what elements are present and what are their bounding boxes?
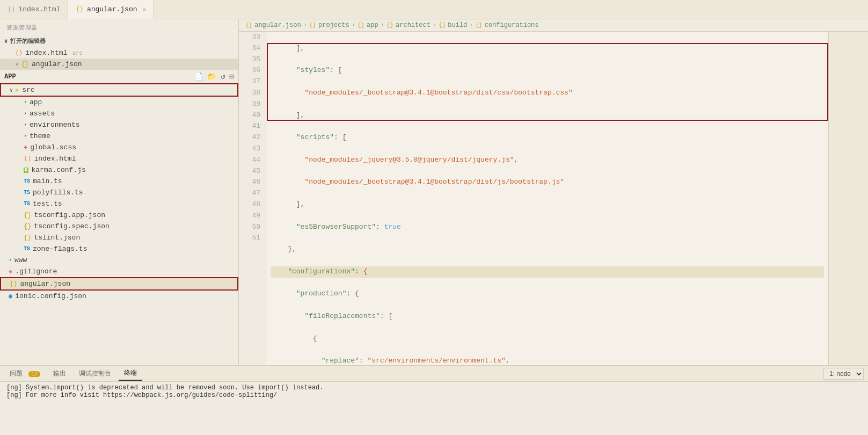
tab-index-html[interactable]: ⟨⟩ index.html bbox=[0, 0, 68, 19]
code-line-39: "node_modules/_bootstrap@3.4.1@bootstrap… bbox=[271, 177, 824, 188]
minimap bbox=[828, 32, 860, 365]
code-line-41: "es5BrowserSupport": true bbox=[271, 222, 824, 233]
sidebar-item-ionic-config[interactable]: ◉ ionic.config.json bbox=[0, 291, 238, 302]
code-line-37: "scripts": [ bbox=[271, 132, 824, 143]
file-name-main-ts: main.ts bbox=[33, 177, 62, 185]
bc-item-5[interactable]: build bbox=[448, 21, 467, 29]
terminal-panel: 问题 17 输出 调试控制台 终端 1: node [ng] System.im… bbox=[0, 365, 868, 435]
chevron-right-icon-app: › bbox=[24, 99, 27, 105]
code-line-47: "replace": "src/environments/environment… bbox=[271, 356, 824, 365]
open-editors-header: ∨ 打开的编辑器 bbox=[0, 34, 238, 47]
file-name-polyfills: polyfills.ts bbox=[33, 189, 83, 197]
line-num-43: 43 bbox=[243, 143, 260, 155]
sidebar-item-tsconfig-spec[interactable]: {} tsconfig.spec.json bbox=[0, 221, 238, 232]
line-num-49: 49 bbox=[243, 211, 260, 222]
folder-name-assets: assets bbox=[30, 110, 55, 118]
tab-label-index: index.html bbox=[18, 5, 60, 13]
sidebar-item-polyfills[interactable]: TS polyfills.ts bbox=[0, 187, 238, 198]
bc-item-3[interactable]: app bbox=[367, 21, 378, 29]
tab-output-label: 输出 bbox=[53, 370, 66, 378]
open-file-suffix-1: src bbox=[72, 50, 83, 56]
main-area: 资源管理器 ∨ 打开的编辑器 ⟨⟩ index.html src ✕ {} an… bbox=[0, 19, 868, 365]
sidebar-item-tslint[interactable]: {} tslint.json bbox=[0, 232, 238, 243]
chevron-right-icon-env: › bbox=[24, 122, 27, 128]
problems-badge: 17 bbox=[28, 371, 40, 377]
new-folder-icon[interactable]: 📁 bbox=[207, 72, 216, 81]
tab-debug-label: 调试控制台 bbox=[79, 370, 111, 378]
sidebar-item-test-ts[interactable]: TS test.ts bbox=[0, 198, 238, 209]
tab-angular-json[interactable]: {} angular.json ✕ bbox=[68, 0, 154, 19]
sidebar-item-index-html-src[interactable]: ⟨⟩ index.html bbox=[0, 153, 238, 164]
tab-problems[interactable]: 问题 17 bbox=[4, 367, 46, 380]
bc-item-6[interactable]: configurations bbox=[485, 21, 539, 29]
sidebar-scroll: ∨ ▶ src › app › assets › environments › … bbox=[0, 83, 238, 365]
sidebar-item-src[interactable]: ∨ ▶ src bbox=[0, 83, 238, 97]
sidebar-item-index-html[interactable]: ⟨⟩ index.html src bbox=[0, 47, 238, 59]
tab-debug-console[interactable]: 调试控制台 bbox=[74, 367, 116, 380]
chevron-right-icon-www: › bbox=[9, 257, 12, 263]
line-num-40: 40 bbox=[243, 110, 260, 121]
file-name-global-scss: global.scss bbox=[30, 143, 76, 151]
bc-item-1[interactable]: angular.json bbox=[254, 21, 301, 29]
file-name-test-ts: test.ts bbox=[33, 200, 62, 208]
file-name-zone-flags: zone-flags.ts bbox=[33, 245, 87, 253]
sidebar-item-theme[interactable]: › theme bbox=[0, 130, 238, 142]
folder-icon-src: ▶ bbox=[16, 86, 19, 94]
html-file-icon: ⟨⟩ bbox=[15, 49, 23, 57]
json-icon: {} bbox=[76, 5, 83, 13]
line-num-33: 33 bbox=[243, 32, 260, 43]
line-num-44: 44 bbox=[243, 155, 260, 166]
refresh-icon[interactable]: ↺ bbox=[221, 72, 225, 81]
json-icon-tsconfig-spec: {} bbox=[24, 223, 31, 230]
bc-icon-6: {} bbox=[476, 22, 483, 28]
code-line-38: "node_modules/_jquery@3.5.0@jquery/dist/… bbox=[271, 155, 824, 166]
code-line-43: "configurations": { bbox=[271, 266, 824, 278]
sidebar-item-global-scss[interactable]: ♦ global.scss bbox=[0, 142, 238, 153]
line-num-42: 42 bbox=[243, 132, 260, 143]
sidebar-item-environments[interactable]: › environments bbox=[0, 119, 238, 130]
collapse-icon[interactable]: ⊟ bbox=[230, 72, 234, 81]
tab-terminal-label: 终端 bbox=[124, 369, 137, 377]
terminal-content: [ng] System.import() is deprecated and w… bbox=[0, 382, 868, 435]
close-tab-icon[interactable]: ✕ bbox=[143, 6, 147, 13]
line-num-35: 35 bbox=[243, 54, 260, 66]
sidebar-item-angular-json-open[interactable]: ✕ {} angular.json bbox=[0, 59, 238, 70]
bc-item-4[interactable]: architect bbox=[396, 21, 431, 29]
sidebar-item-main-ts[interactable]: TS main.ts bbox=[0, 176, 238, 187]
terminal-node-select[interactable]: 1: node bbox=[823, 368, 864, 380]
sidebar-item-karma[interactable]: K karma.conf.js bbox=[0, 164, 238, 176]
sidebar-title: 资源管理器 bbox=[0, 19, 238, 34]
open-file-name-2: angular.json bbox=[32, 60, 82, 68]
sidebar-item-app[interactable]: › app bbox=[0, 97, 238, 108]
chevron-right-icon-assets: › bbox=[24, 111, 27, 117]
folder-name-theme: theme bbox=[30, 132, 50, 140]
line-num-36: 36 bbox=[243, 65, 260, 76]
sidebar-item-assets[interactable]: › assets bbox=[0, 108, 238, 119]
scrollbar[interactable] bbox=[860, 32, 868, 365]
code-line-33: ], bbox=[271, 43, 824, 54]
sidebar-item-www[interactable]: › www bbox=[0, 255, 238, 266]
terminal-tabs: 问题 17 输出 调试控制台 终端 1: node bbox=[0, 366, 868, 382]
line-num-39: 39 bbox=[243, 99, 260, 110]
line-num-37: 37 bbox=[243, 76, 260, 88]
sidebar-item-gitignore[interactable]: ◈ .gitignore bbox=[0, 266, 238, 277]
folder-name-app: app bbox=[30, 98, 42, 106]
tab-output[interactable]: 输出 bbox=[48, 367, 71, 380]
sidebar-item-zone-flags[interactable]: TS zone-flags.ts bbox=[0, 243, 238, 255]
gitignore-icon: ◈ bbox=[9, 267, 12, 276]
sidebar-item-angular-json-tree[interactable]: {} angular.json bbox=[0, 277, 238, 291]
sidebar-item-tsconfig-app[interactable]: {} tsconfig.app.json bbox=[0, 209, 238, 221]
app-label: APP bbox=[4, 73, 16, 81]
file-name-tsconfig-app: tsconfig.app.json bbox=[34, 211, 105, 219]
code-line-34: "styles": [ bbox=[271, 65, 824, 76]
bc-item-2[interactable]: projects bbox=[318, 21, 349, 29]
chevron-right-icon: ∨ bbox=[10, 87, 13, 93]
tab-terminal[interactable]: 终端 bbox=[119, 366, 142, 381]
ionic-icon: ◉ bbox=[9, 292, 12, 300]
code-lines[interactable]: ], "styles": [ "node_modules/_bootstrap@… bbox=[267, 32, 828, 365]
new-file-icon[interactable]: 📄 bbox=[194, 72, 203, 81]
code-line-44: "production": { bbox=[271, 288, 824, 300]
close-open-file-icon[interactable]: ✕ bbox=[15, 61, 19, 68]
line-num-47: 47 bbox=[243, 188, 260, 199]
app-actions: 📄 📁 ↺ ⊟ bbox=[194, 72, 234, 81]
